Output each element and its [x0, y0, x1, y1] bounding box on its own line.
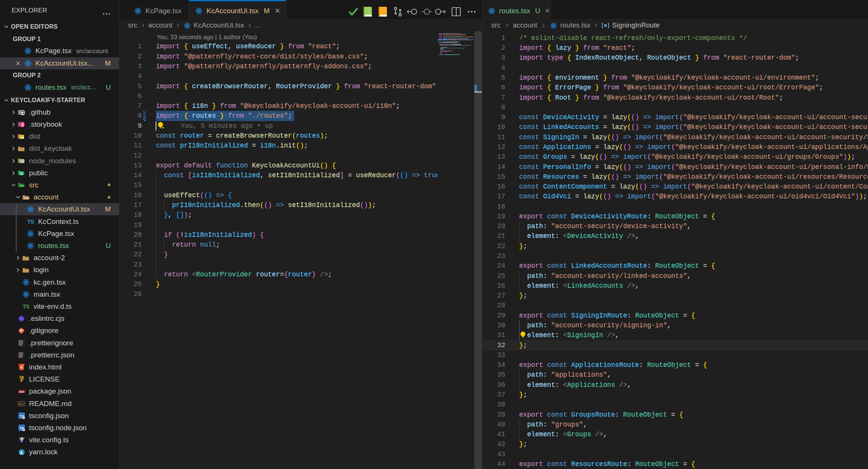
svg-text:5: 5 — [20, 365, 23, 369]
svg-text:JS: JS — [21, 159, 24, 163]
svg-text:S: S — [21, 123, 24, 127]
svg-text:npm: npm — [19, 391, 24, 393]
